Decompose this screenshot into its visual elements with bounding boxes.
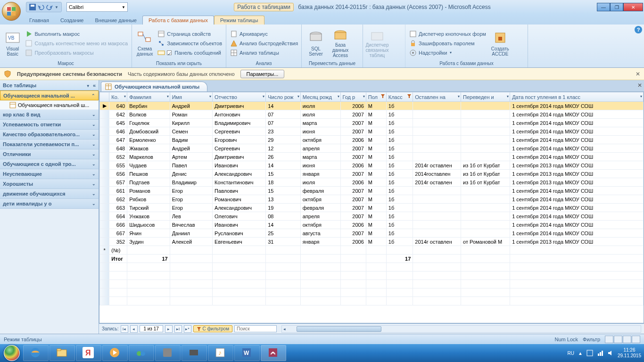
tray-flag-icon[interactable]: ▲ [578, 351, 583, 356]
close-document-icon[interactable]: ✕ [637, 82, 642, 89]
office-button[interactable] [2, 2, 21, 21]
nav-group[interactable]: Показатели успеваемости п...⌄ [0, 140, 99, 149]
addins-button[interactable]: Надстройки▾ [408, 49, 487, 57]
font-combo[interactable]: Calibri ▼ [66, 2, 128, 12]
table-row[interactable]: 648ЖмаковАндрейСергеевич12апреля2007М1б1… [100, 144, 644, 153]
property-sheet-button[interactable]: Страница свойств [157, 30, 223, 38]
nav-group[interactable]: Неуспевающие⌄ [0, 169, 99, 179]
performance-button[interactable]: Анализ быстродействия [229, 39, 299, 48]
taskbar-msn[interactable] [129, 345, 154, 361]
new-row[interactable]: *(№) [100, 246, 644, 255]
documenter-button[interactable]: Архивариус [229, 30, 299, 38]
taskbar-explorer[interactable] [50, 345, 75, 361]
table-row[interactable]: 646ДомбовскийСеменСергеевич23июня2007М1б… [100, 127, 644, 136]
view-switcher[interactable] [605, 336, 640, 343]
ribbon-tab[interactable]: Главная [24, 16, 55, 25]
sql-server-button[interactable]: SQL Server [305, 28, 327, 59]
nav-group[interactable]: дети инвалиды у о⌄ [0, 199, 99, 209]
next-record-button[interactable]: ▸ [165, 325, 173, 333]
close-icon[interactable]: ✕ [636, 71, 640, 77]
last-record-button[interactable]: ▸I [174, 325, 182, 333]
nav-group[interactable]: Хорошисты⌄ [0, 179, 99, 189]
column-header[interactable]: Ко.▾ [109, 92, 127, 102]
taskbar-music[interactable]: ♪ [208, 345, 233, 361]
column-header[interactable]: Класс [386, 92, 413, 102]
horizontal-scrollbar[interactable]: ◂ [281, 325, 641, 333]
context-menu-macro-button[interactable]: Создать контекстное меню из макроса [24, 39, 129, 48]
table-row[interactable]: ▶640ВербинАндрейДмитриевич14июля2006М1б1… [100, 102, 644, 110]
table-row[interactable]: 661РомановЕгорПавлович15февраля2007М1б1 … [100, 187, 644, 195]
column-header[interactable]: Имя▾ [170, 92, 212, 102]
column-header[interactable]: Оставлен на▾ [413, 92, 461, 102]
column-header[interactable]: Переведен и▾ [461, 92, 510, 102]
nav-group[interactable]: Обучающиеся с одной тро...⌄ [0, 159, 99, 169]
column-header[interactable]: Число рож▾ [266, 92, 301, 102]
first-record-button[interactable]: I◂ [121, 325, 128, 333]
visual-basic-button[interactable]: VBVisual Basic [3, 28, 22, 59]
minimize-button[interactable]: — [597, 3, 610, 11]
action-center-icon[interactable] [586, 350, 593, 356]
taskbar-app2[interactable] [182, 345, 207, 361]
run-macro-button[interactable]: Выполнить макрос [24, 30, 129, 38]
table-row[interactable]: 666ШидьюсовВячеславИванович14октября2006… [100, 221, 644, 229]
collapse-icon[interactable]: « [93, 82, 96, 88]
filter-indicator[interactable]: С фильтром [193, 325, 232, 332]
nav-group[interactable]: Успеваемость отметки⌄ [0, 120, 99, 130]
ribbon-tab[interactable]: Внешние данные [90, 16, 142, 25]
table-row[interactable]: 647ЕрмоленкоВадимЕгорович29октября2006М1… [100, 136, 644, 144]
analyze-table-button[interactable]: Анализ таблицы [229, 49, 299, 57]
taskbar-app1[interactable] [155, 345, 181, 361]
taskbar-ie[interactable] [23, 345, 49, 361]
record-position-input[interactable] [140, 325, 163, 332]
taskbar-access[interactable] [261, 345, 286, 361]
redo-icon[interactable] [46, 4, 53, 10]
table-row[interactable]: 352ЗудинАлексейЕвгеньевич31января2006М1б… [100, 238, 644, 246]
column-header[interactable]: Год р▾ [340, 92, 366, 102]
security-options-button[interactable]: Параметры... [240, 70, 285, 78]
table-row[interactable]: 642ВолковРоманАнтонович07июля2007М1б1 се… [100, 110, 644, 119]
nav-header[interactable]: Все таблицы ▼ « [0, 80, 99, 90]
table-row[interactable]: 657ПодтаевВладимирКонстантинович18июля20… [100, 178, 644, 187]
column-header[interactable]: Месяц рожд▾ [300, 92, 340, 102]
taskbar-yandex[interactable]: Я [76, 345, 101, 361]
column-header[interactable]: Фамилия▾ [127, 92, 170, 102]
column-header[interactable]: Пол [366, 92, 386, 102]
table-row[interactable]: 664УнжаковЛевОлегович08апреля2007М1б1 се… [100, 212, 644, 221]
select-all[interactable] [100, 92, 109, 102]
network-icon[interactable] [597, 350, 603, 356]
table-row[interactable]: 645ГоцелюкКириллВладимирович07марта2007М… [100, 119, 644, 127]
column-header[interactable]: Дата пост упления в 1 класс▾ [510, 92, 644, 102]
taskbar-wmp[interactable] [102, 345, 128, 361]
document-tab[interactable]: Обучающиеся начальной школы [101, 82, 207, 91]
volume-icon[interactable] [607, 350, 614, 356]
start-button[interactable] [1, 345, 23, 362]
ribbon-tab[interactable]: Работа с базами данных [142, 16, 214, 25]
ribbon-tab[interactable]: Создание [55, 16, 90, 25]
object-dependencies-button[interactable]: Зависимости объектов [157, 39, 223, 48]
table-row[interactable]: 656ПешковДенисАлександрович15января2007М… [100, 170, 644, 178]
table-row[interactable]: 663ТирскийЕгорАлександрович19февраля2007… [100, 204, 644, 212]
nav-item[interactable]: Обучающиеся начальной ш... [0, 100, 99, 110]
switchboard-manager-button[interactable]: Диспетчер кнопочных форм [408, 30, 487, 38]
access-db-button[interactable]: База данных Access [329, 28, 352, 59]
relationships-button[interactable]: Схема данных [135, 28, 155, 59]
qat-dropdown-icon[interactable]: ▼ [55, 5, 58, 9]
table-row[interactable]: 667ЯчинДаниилРусланович25августа2007М1б1… [100, 229, 644, 238]
help-button[interactable]: ? [635, 26, 642, 33]
ribbon-tab[interactable]: Режим таблицы [214, 16, 264, 25]
message-bar-button[interactable]: ✓Панель сообщений [157, 49, 223, 57]
nav-group[interactable]: движение обучающихся⌄ [0, 189, 99, 199]
undo-icon[interactable] [38, 4, 44, 10]
column-header[interactable]: Отчество▾ [213, 92, 266, 102]
close-button[interactable]: ✕ [623, 3, 643, 11]
convert-macros-button[interactable]: Преобразовать макросы [24, 49, 129, 57]
search-input[interactable] [234, 325, 277, 332]
nav-group[interactable]: Качество образовательного...⌄ [0, 130, 99, 140]
taskbar-word[interactable]: W [234, 345, 260, 361]
save-icon[interactable] [29, 4, 36, 10]
nav-group[interactable]: кор клас 8 вид⌄ [0, 110, 99, 120]
prev-record-button[interactable]: ◂ [130, 325, 138, 333]
nav-group[interactable]: Отличники⌄ [0, 149, 99, 159]
encrypt-button[interactable]: Зашифровать паролем [408, 39, 487, 48]
table-row[interactable]: 655ЧудаевПавелИванович14июня2006М1б2014г… [100, 161, 644, 170]
